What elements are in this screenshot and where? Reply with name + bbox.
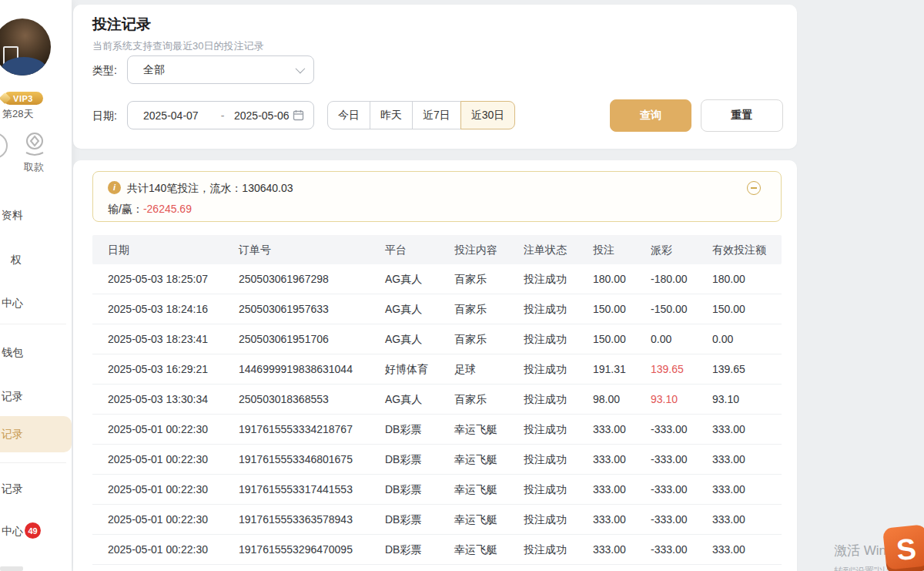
cell-order: 1917615553346801675	[223, 445, 370, 474]
vip-badge-label: VIP3	[13, 94, 33, 103]
cell-content: 足球	[439, 354, 508, 384]
cell-date: 2025-05-01 00:22:30	[92, 475, 223, 504]
withdraw-icon[interactable]	[20, 129, 48, 157]
sidebar-item-game-records[interactable]: 记录	[0, 475, 72, 502]
filter-card: 投注记录 当前系统支持查询最近30日的投注记录 类型: 全部 日期: 2025-…	[73, 5, 797, 149]
calendar-icon	[293, 109, 304, 121]
cell-order: 250503061957633	[223, 294, 370, 324]
cell-content: 幸运飞艇	[439, 445, 508, 474]
cell-bet: 333.00	[578, 445, 635, 474]
clipped-sidebar-item	[0, 566, 23, 571]
streak-days-text: 第28天	[2, 107, 33, 121]
type-select[interactable]: 全部	[127, 55, 314, 84]
cell-order: 250503018368553	[223, 385, 370, 414]
cell-content: 百家乐	[439, 294, 508, 324]
summary-box: i 共计140笔投注，流水：130640.03 输/赢：-26245.69	[92, 171, 782, 222]
col-date: 日期	[92, 235, 223, 264]
cell-date: 2025-05-01 00:22:30	[92, 445, 223, 474]
sidebar-item-label: 记录	[0, 428, 23, 440]
table-row: 2025-05-03 16:29:211446999919838631044好博…	[92, 354, 782, 385]
sidebar-item-label: 钱包	[0, 346, 23, 358]
table-row: 2025-05-01 00:22:301917615553296470095DB…	[92, 535, 782, 565]
col-valid-amount: 有效投注额	[697, 235, 782, 264]
quick-range-30days[interactable]: 近30日	[460, 101, 516, 129]
quick-range-7days[interactable]: 近7日	[412, 101, 461, 129]
summary-totals: 共计140笔投注，流水：130640.03	[127, 182, 293, 196]
cell-date: 2025-05-03 18:25:07	[92, 264, 223, 294]
sidebar-item-profile[interactable]: 资料	[0, 202, 72, 228]
cell-payout: 139.65	[635, 354, 697, 384]
cell-content: 百家乐	[439, 264, 508, 294]
cell-content: 幸运飞艇	[439, 415, 508, 444]
cell-date: 2025-05-01 00:22:30	[92, 415, 223, 444]
cell-platform: DB彩票	[370, 415, 439, 444]
sidebar-item-label: 记录	[0, 390, 23, 402]
cell-valid: 93.10	[697, 385, 782, 414]
collapse-icon[interactable]	[747, 181, 761, 195]
type-select-value: 全部	[143, 63, 296, 77]
cell-content: 幸运飞艇	[439, 475, 508, 504]
table-row: 2025-05-01 00:22:301917615553363578943DB…	[92, 505, 782, 535]
cell-order: 250503061951706	[223, 324, 370, 354]
query-button[interactable]: 查询	[610, 99, 691, 132]
user-avatar[interactable]	[0, 18, 51, 76]
cell-status: 投注成功	[508, 324, 578, 354]
col-status: 注单状态	[508, 235, 578, 264]
sidebar-item-transaction-records[interactable]: 记录	[0, 383, 72, 409]
cell-bet: 191.31	[578, 354, 635, 384]
info-icon: i	[108, 181, 121, 194]
cell-bet: 98.00	[578, 385, 635, 414]
sidebar-item-center[interactable]: 中心	[0, 290, 72, 316]
cell-platform: 好博体育	[370, 354, 439, 384]
cell-status: 投注成功	[508, 354, 578, 384]
cell-bet: 150.00	[578, 294, 635, 324]
win-lose-label: 输/赢：	[108, 203, 143, 215]
col-bet: 投注	[578, 235, 635, 264]
cell-order: 1446999919838631044	[223, 354, 370, 384]
sidebar-item-label: 中心	[0, 297, 23, 309]
chevron-down-icon	[296, 64, 306, 74]
cell-payout: -333.00	[635, 445, 697, 474]
cell-payout: -150.00	[635, 294, 697, 324]
table-row: 2025-05-03 18:23:41250503061951706AG真人百家…	[92, 324, 782, 354]
cell-content: 幸运飞艇	[439, 505, 508, 534]
cell-bet: 180.00	[578, 264, 635, 294]
cell-platform: AG真人	[370, 294, 439, 324]
cell-status: 投注成功	[508, 294, 578, 324]
records-table: 日期 订单号 平台 投注内容 注单状态 投注 派彩 有效投注额 2025-05-…	[92, 235, 782, 565]
quick-range-yesterday[interactable]: 昨天	[370, 101, 413, 129]
sidebar-divider	[0, 462, 66, 463]
table-body: 2025-05-03 18:25:07250503061967298AG真人百家…	[92, 264, 782, 565]
cell-date: 2025-05-01 00:22:30	[92, 505, 223, 534]
cell-payout: -333.00	[635, 505, 697, 534]
date-end-value: 2025-05-06	[234, 109, 293, 122]
reset-button[interactable]: 重置	[701, 99, 783, 132]
sidebar-item-label: 记录	[0, 482, 23, 495]
cell-bet: 150.00	[578, 324, 635, 354]
date-range-picker[interactable]: 2025-04-07 - 2025-05-06	[127, 101, 314, 129]
cell-bet: 333.00	[578, 475, 635, 504]
table-row: 2025-05-03 18:24:16250503061957633AG真人百家…	[92, 294, 782, 324]
cell-status: 投注成功	[508, 505, 578, 534]
date-label: 日期:	[92, 109, 117, 123]
quick-range-today[interactable]: 今日	[327, 101, 370, 129]
cell-bet: 333.00	[578, 505, 635, 534]
cell-valid: 150.00	[697, 294, 782, 324]
quick-range-group: 今日 昨天 近7日 近30日	[327, 101, 515, 129]
sidebar-item-privilege[interactable]: 权	[0, 247, 72, 273]
cell-valid: 333.00	[697, 505, 782, 534]
logo-letter: S	[895, 532, 918, 566]
deposit-icon[interactable]	[0, 133, 8, 159]
cell-status: 投注成功	[508, 415, 578, 444]
cell-payout: 0.00	[635, 324, 697, 354]
cell-payout: 93.10	[635, 385, 697, 414]
sidebar-item-wallet[interactable]: 钱包	[0, 339, 72, 365]
unread-count-badge: 49	[25, 522, 41, 539]
cell-status: 投注成功	[508, 264, 578, 294]
cell-date: 2025-05-03 16:29:21	[92, 354, 223, 384]
vip-gem-icon	[0, 92, 11, 105]
sidebar: VIP3 第28天 取款 资料 权 中心 钱包 记录 记录 记录 中心 49	[0, 0, 72, 571]
sidebar-item-betting-records-active[interactable]: 记录	[0, 416, 72, 452]
table-header: 日期 订单号 平台 投注内容 注单状态 投注 派彩 有效投注额	[92, 235, 782, 264]
table-row: 2025-05-01 00:22:301917615553346801675DB…	[92, 445, 782, 475]
